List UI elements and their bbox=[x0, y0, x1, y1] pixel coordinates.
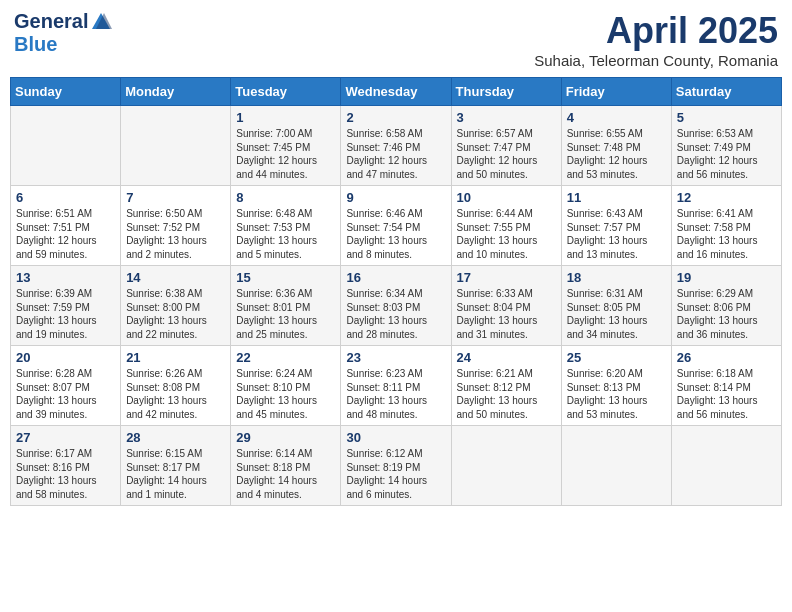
day-number: 11 bbox=[567, 190, 666, 205]
calendar-cell: 18Sunrise: 6:31 AM Sunset: 8:05 PM Dayli… bbox=[561, 266, 671, 346]
month-title: April 2025 bbox=[534, 10, 778, 52]
day-number: 7 bbox=[126, 190, 225, 205]
day-content: Sunrise: 6:14 AM Sunset: 8:18 PM Dayligh… bbox=[236, 447, 335, 501]
weekday-header-tuesday: Tuesday bbox=[231, 78, 341, 106]
day-number: 30 bbox=[346, 430, 445, 445]
day-number: 16 bbox=[346, 270, 445, 285]
day-number: 4 bbox=[567, 110, 666, 125]
calendar-cell: 1Sunrise: 7:00 AM Sunset: 7:45 PM Daylig… bbox=[231, 106, 341, 186]
calendar-cell: 25Sunrise: 6:20 AM Sunset: 8:13 PM Dayli… bbox=[561, 346, 671, 426]
day-number: 25 bbox=[567, 350, 666, 365]
calendar-cell: 15Sunrise: 6:36 AM Sunset: 8:01 PM Dayli… bbox=[231, 266, 341, 346]
calendar-cell: 28Sunrise: 6:15 AM Sunset: 8:17 PM Dayli… bbox=[121, 426, 231, 506]
calendar-cell: 26Sunrise: 6:18 AM Sunset: 8:14 PM Dayli… bbox=[671, 346, 781, 426]
day-content: Sunrise: 6:50 AM Sunset: 7:52 PM Dayligh… bbox=[126, 207, 225, 261]
weekday-header-row: SundayMondayTuesdayWednesdayThursdayFrid… bbox=[11, 78, 782, 106]
day-content: Sunrise: 6:39 AM Sunset: 7:59 PM Dayligh… bbox=[16, 287, 115, 341]
day-content: Sunrise: 6:46 AM Sunset: 7:54 PM Dayligh… bbox=[346, 207, 445, 261]
calendar-week-4: 20Sunrise: 6:28 AM Sunset: 8:07 PM Dayli… bbox=[11, 346, 782, 426]
day-content: Sunrise: 6:23 AM Sunset: 8:11 PM Dayligh… bbox=[346, 367, 445, 421]
calendar-cell: 30Sunrise: 6:12 AM Sunset: 8:19 PM Dayli… bbox=[341, 426, 451, 506]
day-number: 12 bbox=[677, 190, 776, 205]
day-number: 26 bbox=[677, 350, 776, 365]
page-header: General Blue April 2025 Suhaia, Teleorma… bbox=[10, 10, 782, 69]
calendar-week-2: 6Sunrise: 6:51 AM Sunset: 7:51 PM Daylig… bbox=[11, 186, 782, 266]
weekday-header-sunday: Sunday bbox=[11, 78, 121, 106]
calendar-cell: 6Sunrise: 6:51 AM Sunset: 7:51 PM Daylig… bbox=[11, 186, 121, 266]
calendar-cell: 24Sunrise: 6:21 AM Sunset: 8:12 PM Dayli… bbox=[451, 346, 561, 426]
day-content: Sunrise: 6:15 AM Sunset: 8:17 PM Dayligh… bbox=[126, 447, 225, 501]
weekday-header-monday: Monday bbox=[121, 78, 231, 106]
day-number: 10 bbox=[457, 190, 556, 205]
day-number: 8 bbox=[236, 190, 335, 205]
calendar-cell: 27Sunrise: 6:17 AM Sunset: 8:16 PM Dayli… bbox=[11, 426, 121, 506]
day-number: 5 bbox=[677, 110, 776, 125]
location-subtitle: Suhaia, Teleorman County, Romania bbox=[534, 52, 778, 69]
calendar-cell: 14Sunrise: 6:38 AM Sunset: 8:00 PM Dayli… bbox=[121, 266, 231, 346]
day-number: 13 bbox=[16, 270, 115, 285]
weekday-header-saturday: Saturday bbox=[671, 78, 781, 106]
logo: General Blue bbox=[14, 10, 112, 56]
day-number: 17 bbox=[457, 270, 556, 285]
day-number: 18 bbox=[567, 270, 666, 285]
day-number: 20 bbox=[16, 350, 115, 365]
calendar-cell bbox=[11, 106, 121, 186]
day-content: Sunrise: 6:38 AM Sunset: 8:00 PM Dayligh… bbox=[126, 287, 225, 341]
day-number: 3 bbox=[457, 110, 556, 125]
day-number: 15 bbox=[236, 270, 335, 285]
day-number: 21 bbox=[126, 350, 225, 365]
calendar-cell: 8Sunrise: 6:48 AM Sunset: 7:53 PM Daylig… bbox=[231, 186, 341, 266]
day-content: Sunrise: 6:18 AM Sunset: 8:14 PM Dayligh… bbox=[677, 367, 776, 421]
day-content: Sunrise: 7:00 AM Sunset: 7:45 PM Dayligh… bbox=[236, 127, 335, 181]
day-content: Sunrise: 6:34 AM Sunset: 8:03 PM Dayligh… bbox=[346, 287, 445, 341]
calendar-cell: 9Sunrise: 6:46 AM Sunset: 7:54 PM Daylig… bbox=[341, 186, 451, 266]
calendar-cell: 11Sunrise: 6:43 AM Sunset: 7:57 PM Dayli… bbox=[561, 186, 671, 266]
weekday-header-wednesday: Wednesday bbox=[341, 78, 451, 106]
calendar-cell: 29Sunrise: 6:14 AM Sunset: 8:18 PM Dayli… bbox=[231, 426, 341, 506]
logo-icon bbox=[90, 11, 112, 33]
day-content: Sunrise: 6:29 AM Sunset: 8:06 PM Dayligh… bbox=[677, 287, 776, 341]
day-content: Sunrise: 6:41 AM Sunset: 7:58 PM Dayligh… bbox=[677, 207, 776, 261]
calendar-week-5: 27Sunrise: 6:17 AM Sunset: 8:16 PM Dayli… bbox=[11, 426, 782, 506]
day-number: 29 bbox=[236, 430, 335, 445]
day-number: 9 bbox=[346, 190, 445, 205]
day-content: Sunrise: 6:57 AM Sunset: 7:47 PM Dayligh… bbox=[457, 127, 556, 181]
day-content: Sunrise: 6:26 AM Sunset: 8:08 PM Dayligh… bbox=[126, 367, 225, 421]
calendar-cell: 4Sunrise: 6:55 AM Sunset: 7:48 PM Daylig… bbox=[561, 106, 671, 186]
calendar-cell: 23Sunrise: 6:23 AM Sunset: 8:11 PM Dayli… bbox=[341, 346, 451, 426]
day-number: 24 bbox=[457, 350, 556, 365]
calendar-cell bbox=[671, 426, 781, 506]
calendar-cell bbox=[561, 426, 671, 506]
calendar-cell: 20Sunrise: 6:28 AM Sunset: 8:07 PM Dayli… bbox=[11, 346, 121, 426]
calendar-cell bbox=[121, 106, 231, 186]
calendar-cell: 19Sunrise: 6:29 AM Sunset: 8:06 PM Dayli… bbox=[671, 266, 781, 346]
day-content: Sunrise: 6:44 AM Sunset: 7:55 PM Dayligh… bbox=[457, 207, 556, 261]
calendar-cell: 3Sunrise: 6:57 AM Sunset: 7:47 PM Daylig… bbox=[451, 106, 561, 186]
day-number: 22 bbox=[236, 350, 335, 365]
day-number: 19 bbox=[677, 270, 776, 285]
day-content: Sunrise: 6:33 AM Sunset: 8:04 PM Dayligh… bbox=[457, 287, 556, 341]
day-content: Sunrise: 6:36 AM Sunset: 8:01 PM Dayligh… bbox=[236, 287, 335, 341]
logo-general: General bbox=[14, 10, 88, 33]
calendar-week-3: 13Sunrise: 6:39 AM Sunset: 7:59 PM Dayli… bbox=[11, 266, 782, 346]
calendar-cell bbox=[451, 426, 561, 506]
day-content: Sunrise: 6:58 AM Sunset: 7:46 PM Dayligh… bbox=[346, 127, 445, 181]
calendar-cell: 5Sunrise: 6:53 AM Sunset: 7:49 PM Daylig… bbox=[671, 106, 781, 186]
day-number: 2 bbox=[346, 110, 445, 125]
day-content: Sunrise: 6:43 AM Sunset: 7:57 PM Dayligh… bbox=[567, 207, 666, 261]
day-content: Sunrise: 6:48 AM Sunset: 7:53 PM Dayligh… bbox=[236, 207, 335, 261]
calendar-cell: 13Sunrise: 6:39 AM Sunset: 7:59 PM Dayli… bbox=[11, 266, 121, 346]
day-content: Sunrise: 6:28 AM Sunset: 8:07 PM Dayligh… bbox=[16, 367, 115, 421]
day-content: Sunrise: 6:21 AM Sunset: 8:12 PM Dayligh… bbox=[457, 367, 556, 421]
day-number: 28 bbox=[126, 430, 225, 445]
calendar-cell: 2Sunrise: 6:58 AM Sunset: 7:46 PM Daylig… bbox=[341, 106, 451, 186]
day-number: 14 bbox=[126, 270, 225, 285]
day-number: 6 bbox=[16, 190, 115, 205]
calendar-cell: 21Sunrise: 6:26 AM Sunset: 8:08 PM Dayli… bbox=[121, 346, 231, 426]
calendar-cell: 17Sunrise: 6:33 AM Sunset: 8:04 PM Dayli… bbox=[451, 266, 561, 346]
calendar-cell: 16Sunrise: 6:34 AM Sunset: 8:03 PM Dayli… bbox=[341, 266, 451, 346]
logo-blue: Blue bbox=[14, 33, 57, 56]
day-number: 1 bbox=[236, 110, 335, 125]
day-content: Sunrise: 6:20 AM Sunset: 8:13 PM Dayligh… bbox=[567, 367, 666, 421]
day-content: Sunrise: 6:55 AM Sunset: 7:48 PM Dayligh… bbox=[567, 127, 666, 181]
